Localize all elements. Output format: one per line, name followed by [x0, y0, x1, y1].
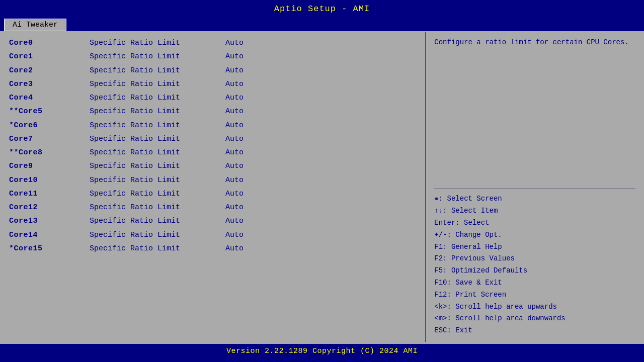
key-help-item: F1: General Help	[434, 241, 635, 253]
core-label: Core1	[9, 51, 90, 62]
core-suffix: Specific Ratio Limit	[90, 174, 180, 186]
core-label: Core9	[9, 160, 90, 172]
divider-line	[434, 189, 635, 189]
key-help: ⇹: Select Screen↑↓: Select ItemEnter: Se…	[434, 193, 635, 337]
core-row[interactable]: Core3 Specific Ratio LimitAuto	[9, 77, 417, 91]
core-value: Auto	[225, 243, 244, 254]
key-help-item: ⇹: Select Screen	[434, 193, 635, 205]
core-suffix: Specific Ratio Limit	[90, 106, 180, 117]
footer-text: Version 2.22.1289 Copyright (C) 2024 AMI	[226, 347, 418, 355]
core-value: Auto	[225, 188, 244, 200]
core-value: Auto	[225, 37, 244, 49]
core-label: Core0	[9, 37, 90, 49]
core-row[interactable]: **Core5 Specific Ratio LimitAuto	[9, 105, 417, 118]
core-label: **Core8	[9, 147, 90, 158]
footer: Version 2.22.1289 Copyright (C) 2024 AMI	[0, 343, 644, 358]
tab-bar: Ai Tweaker	[0, 17, 644, 31]
key-help-item: F5: Optimized Defaults	[434, 265, 635, 277]
core-label: Core7	[9, 133, 90, 145]
core-value: Auto	[225, 133, 244, 145]
core-suffix: Specific Ratio Limit	[90, 78, 180, 90]
core-row[interactable]: Core13 Specific Ratio LimitAuto	[9, 214, 417, 228]
core-row[interactable]: Core9 Specific Ratio LimitAuto	[9, 159, 417, 173]
core-label: Core14	[9, 229, 90, 241]
core-suffix: Specific Ratio Limit	[90, 51, 180, 62]
core-value: Auto	[225, 147, 244, 158]
left-panel: Core0 Specific Ratio LimitAutoCore1 Spec…	[1, 32, 426, 342]
core-suffix: Specific Ratio Limit	[90, 188, 180, 200]
core-label: Core13	[9, 215, 90, 227]
core-value: Auto	[225, 106, 244, 117]
tab-ai-tweaker[interactable]: Ai Tweaker	[4, 19, 66, 31]
key-help-item: ESC: Exit	[434, 325, 635, 337]
core-value: Auto	[225, 51, 244, 62]
core-suffix: Specific Ratio Limit	[90, 133, 180, 145]
core-row[interactable]: Core10 Specific Ratio LimitAuto	[9, 173, 417, 187]
core-row[interactable]: **Core8 Specific Ratio LimitAuto	[9, 146, 417, 159]
core-row[interactable]: Core12 Specific Ratio LimitAuto	[9, 201, 417, 214]
key-help-item: <m>: Scroll help area downwards	[434, 313, 635, 325]
key-help-item: Enter: Select	[434, 217, 635, 229]
core-suffix: Specific Ratio Limit	[90, 243, 180, 254]
core-row[interactable]: Core4 Specific Ratio LimitAuto	[9, 91, 417, 105]
core-value: Auto	[225, 202, 244, 213]
core-value: Auto	[225, 215, 244, 227]
core-label: *Core15	[9, 243, 90, 254]
core-label: Core11	[9, 188, 90, 200]
core-row[interactable]: *Core6 Specific Ratio LimitAuto	[9, 119, 417, 132]
core-value: Auto	[225, 78, 244, 90]
core-label: Core2	[9, 65, 90, 76]
core-row[interactable]: Core7 Specific Ratio LimitAuto	[9, 132, 417, 146]
key-help-item: F12: Print Screen	[434, 289, 635, 301]
title-bar: Aptio Setup - AMI	[0, 0, 644, 17]
core-label: **Core5	[9, 106, 90, 117]
core-suffix: Specific Ratio Limit	[90, 229, 180, 241]
key-help-item: <k>: Scroll help area upwards	[434, 301, 635, 313]
key-help-item: +/-: Change Opt.	[434, 229, 635, 241]
key-help-item: ↑↓: Select Item	[434, 205, 635, 217]
core-suffix: Specific Ratio Limit	[90, 215, 180, 227]
core-label: *Core6	[9, 120, 90, 131]
core-suffix: Specific Ratio Limit	[90, 92, 180, 104]
core-value: Auto	[225, 229, 244, 241]
core-label: Core10	[9, 174, 90, 186]
core-suffix: Specific Ratio Limit	[90, 147, 180, 158]
title-text: Aptio Setup - AMI	[274, 4, 370, 14]
core-suffix: Specific Ratio Limit	[90, 160, 180, 172]
core-row[interactable]: Core14 Specific Ratio LimitAuto	[9, 228, 417, 242]
core-value: Auto	[225, 174, 244, 186]
core-row[interactable]: Core1 Specific Ratio LimitAuto	[9, 50, 417, 63]
core-suffix: Specific Ratio Limit	[90, 37, 180, 49]
core-suffix: Specific Ratio Limit	[90, 202, 180, 213]
main-area: Core0 Specific Ratio LimitAutoCore1 Spec…	[0, 31, 644, 343]
core-suffix: Specific Ratio Limit	[90, 120, 180, 131]
core-label: Core3	[9, 78, 90, 90]
right-panel: Configure a ratio limit for certain CPU …	[426, 32, 643, 342]
core-value: Auto	[225, 65, 244, 76]
key-help-item: F10: Save & Exit	[434, 277, 635, 289]
core-row[interactable]: Core11 Specific Ratio LimitAuto	[9, 187, 417, 201]
core-label: Core12	[9, 202, 90, 213]
help-text: Configure a ratio limit for certain CPU …	[434, 37, 635, 184]
key-help-item: F2: Previous Values	[434, 253, 635, 265]
core-label: Core4	[9, 92, 90, 104]
core-value: Auto	[225, 92, 244, 104]
core-suffix: Specific Ratio Limit	[90, 65, 180, 76]
core-row[interactable]: Core2 Specific Ratio LimitAuto	[9, 64, 417, 77]
core-value: Auto	[225, 160, 244, 172]
core-row[interactable]: *Core15 Specific Ratio LimitAuto	[9, 242, 417, 255]
core-row[interactable]: Core0 Specific Ratio LimitAuto	[9, 36, 417, 50]
core-value: Auto	[225, 120, 244, 131]
